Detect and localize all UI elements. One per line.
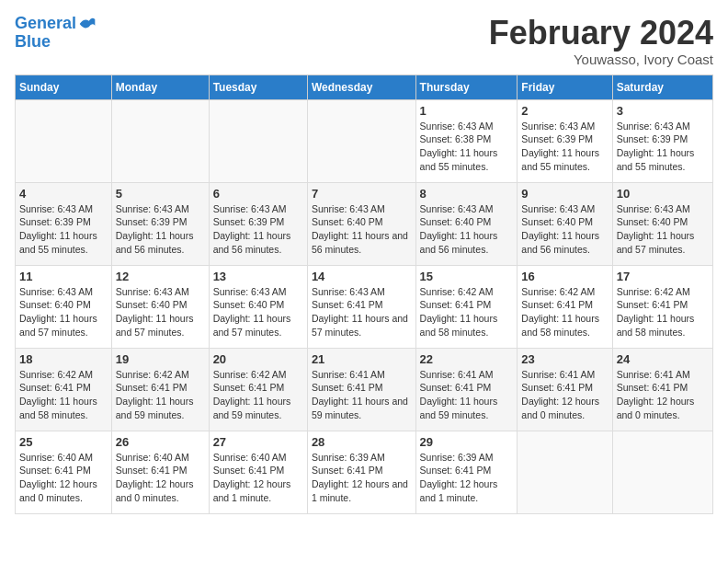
day-info: Sunrise: 6:43 AMSunset: 6:40 PMDaylight:… <box>617 202 709 257</box>
day-info-line: Sunrise: 6:42 AM <box>116 368 205 382</box>
day-info-line: Daylight: 11 hours and 57 minutes. <box>312 312 412 339</box>
day-info-line: Daylight: 11 hours and 55 minutes. <box>521 146 608 173</box>
day-info-line: Sunrise: 6:43 AM <box>312 285 412 299</box>
day-info-line: Sunset: 6:41 PM <box>617 381 709 395</box>
day-number: 13 <box>213 270 303 283</box>
day-info-line: Sunset: 6:41 PM <box>312 464 412 477</box>
calendar-cell: 2Sunrise: 6:43 AMSunset: 6:39 PMDaylight… <box>518 99 612 182</box>
day-info: Sunrise: 6:43 AMSunset: 6:39 PMDaylight:… <box>116 202 205 257</box>
day-info: Sunrise: 6:39 AMSunset: 6:41 PMDaylight:… <box>312 451 412 505</box>
day-info-line: Sunrise: 6:43 AM <box>420 120 514 133</box>
day-info-line: Daylight: 12 hours and 0 minutes. <box>116 477 205 504</box>
day-info-line: Sunrise: 6:40 AM <box>19 451 108 465</box>
day-info: Sunrise: 6:43 AMSunset: 6:39 PMDaylight:… <box>19 202 108 257</box>
location-subtitle: Youwasso, Ivory Coast <box>489 52 713 67</box>
day-number: 24 <box>617 352 709 366</box>
calendar-cell: 17Sunrise: 6:42 AMSunset: 6:41 PMDayligh… <box>612 265 712 348</box>
calendar-cell <box>612 431 712 513</box>
day-info-line: Sunset: 6:41 PM <box>312 298 412 312</box>
day-number: 6 <box>213 187 303 201</box>
calendar-cell: 13Sunrise: 6:43 AMSunset: 6:40 PMDayligh… <box>209 265 307 348</box>
day-number: 18 <box>19 352 108 366</box>
calendar-cell: 9Sunrise: 6:43 AMSunset: 6:40 PMDaylight… <box>518 182 612 265</box>
day-info-line: Daylight: 11 hours and 55 minutes. <box>19 229 108 256</box>
day-number: 16 <box>521 270 608 283</box>
calendar-cell <box>111 99 209 182</box>
calendar-cell: 18Sunrise: 6:42 AMSunset: 6:41 PMDayligh… <box>16 348 112 431</box>
day-info-line: Daylight: 12 hours and 0 minutes. <box>521 395 608 421</box>
calendar-cell <box>209 99 307 182</box>
day-info-line: Sunset: 6:41 PM <box>213 464 303 477</box>
header-cell-friday: Friday <box>518 75 612 99</box>
day-info-line: Sunset: 6:41 PM <box>213 381 303 395</box>
day-info: Sunrise: 6:41 AMSunset: 6:41 PMDaylight:… <box>420 368 514 422</box>
day-info: Sunrise: 6:42 AMSunset: 6:41 PMDaylight:… <box>521 285 608 339</box>
day-info-line: Sunset: 6:39 PM <box>116 215 205 229</box>
calendar-cell: 11Sunrise: 6:43 AMSunset: 6:40 PMDayligh… <box>16 265 112 348</box>
day-info-line: Sunrise: 6:42 AM <box>521 285 608 299</box>
calendar-cell: 20Sunrise: 6:42 AMSunset: 6:41 PMDayligh… <box>209 348 307 431</box>
day-info-line: Daylight: 11 hours and 57 minutes. <box>19 312 108 339</box>
day-info-line: Sunset: 6:40 PM <box>617 215 709 229</box>
day-info-line: Sunrise: 6:41 AM <box>420 368 514 382</box>
day-number: 21 <box>312 352 412 366</box>
day-info-line: Sunrise: 6:43 AM <box>116 202 205 216</box>
logo: General Blue <box>15 15 97 52</box>
calendar-cell: 8Sunrise: 6:43 AMSunset: 6:40 PMDaylight… <box>415 182 518 265</box>
day-info: Sunrise: 6:43 AMSunset: 6:38 PMDaylight:… <box>420 120 514 174</box>
day-info-line: Sunset: 6:41 PM <box>617 298 709 312</box>
day-info-line: Daylight: 11 hours and 55 minutes. <box>420 146 514 173</box>
header: General Blue February 2024 Youwasso, Ivo… <box>15 15 713 67</box>
day-number: 28 <box>312 435 412 449</box>
day-number: 3 <box>617 104 709 118</box>
day-info: Sunrise: 6:43 AMSunset: 6:40 PMDaylight:… <box>312 202 412 257</box>
day-info-line: Daylight: 11 hours and 57 minutes. <box>116 312 205 339</box>
day-number: 12 <box>116 270 205 283</box>
day-info: Sunrise: 6:42 AMSunset: 6:41 PMDaylight:… <box>617 285 709 339</box>
day-number: 5 <box>116 187 205 201</box>
day-number: 22 <box>420 352 514 366</box>
calendar-cell: 16Sunrise: 6:42 AMSunset: 6:41 PMDayligh… <box>518 265 612 348</box>
logo-icon <box>78 15 97 33</box>
day-info-line: Sunset: 6:39 PM <box>19 215 108 229</box>
calendar-cell: 24Sunrise: 6:41 AMSunset: 6:41 PMDayligh… <box>612 348 712 431</box>
calendar-cell: 6Sunrise: 6:43 AMSunset: 6:39 PMDaylight… <box>209 182 307 265</box>
day-info: Sunrise: 6:43 AMSunset: 6:40 PMDaylight:… <box>19 285 108 339</box>
day-info-line: Daylight: 12 hours and 1 minute. <box>213 477 303 504</box>
day-info-line: Daylight: 11 hours and 59 minutes. <box>213 395 303 421</box>
day-info-line: Sunset: 6:41 PM <box>116 464 205 477</box>
day-info-line: Daylight: 11 hours and 59 minutes. <box>420 395 514 421</box>
calendar-cell: 10Sunrise: 6:43 AMSunset: 6:40 PMDayligh… <box>612 182 712 265</box>
calendar-cell: 1Sunrise: 6:43 AMSunset: 6:38 PMDaylight… <box>415 99 518 182</box>
calendar-week-row: 4Sunrise: 6:43 AMSunset: 6:39 PMDaylight… <box>16 182 713 265</box>
day-info: Sunrise: 6:40 AMSunset: 6:41 PMDaylight:… <box>19 451 108 505</box>
day-info-line: Daylight: 11 hours and 57 minutes. <box>213 312 303 339</box>
day-info-line: Sunrise: 6:43 AM <box>617 202 709 216</box>
day-info-line: Sunrise: 6:41 AM <box>312 368 412 382</box>
day-number: 7 <box>312 187 412 201</box>
day-info-line: Sunset: 6:40 PM <box>116 298 205 312</box>
day-info-line: Daylight: 11 hours and 56 minutes. <box>213 229 303 256</box>
calendar-week-row: 25Sunrise: 6:40 AMSunset: 6:41 PMDayligh… <box>16 431 713 513</box>
day-info-line: Sunrise: 6:40 AM <box>116 451 205 465</box>
header-cell-sunday: Sunday <box>16 75 112 99</box>
calendar-cell: 28Sunrise: 6:39 AMSunset: 6:41 PMDayligh… <box>307 431 415 513</box>
calendar-cell: 22Sunrise: 6:41 AMSunset: 6:41 PMDayligh… <box>415 348 518 431</box>
day-info-line: Sunset: 6:41 PM <box>521 298 608 312</box>
calendar-cell: 19Sunrise: 6:42 AMSunset: 6:41 PMDayligh… <box>111 348 209 431</box>
day-info-line: Sunset: 6:41 PM <box>312 381 412 395</box>
month-title: February 2024 <box>489 15 713 52</box>
calendar-cell: 29Sunrise: 6:39 AMSunset: 6:41 PMDayligh… <box>415 431 518 513</box>
day-info-line: Sunrise: 6:43 AM <box>312 202 412 216</box>
day-number: 27 <box>213 435 303 449</box>
day-info-line: Sunset: 6:38 PM <box>420 132 514 146</box>
calendar-cell: 4Sunrise: 6:43 AMSunset: 6:39 PMDaylight… <box>16 182 112 265</box>
day-info-line: Daylight: 11 hours and 59 minutes. <box>312 395 412 421</box>
day-info: Sunrise: 6:43 AMSunset: 6:39 PMDaylight:… <box>521 120 608 174</box>
day-info-line: Sunset: 6:39 PM <box>521 132 608 146</box>
day-info: Sunrise: 6:42 AMSunset: 6:41 PMDaylight:… <box>19 368 108 422</box>
day-info: Sunrise: 6:40 AMSunset: 6:41 PMDaylight:… <box>116 451 205 505</box>
calendar-cell <box>518 431 612 513</box>
day-number: 9 <box>521 187 608 201</box>
header-cell-wednesday: Wednesday <box>307 75 415 99</box>
